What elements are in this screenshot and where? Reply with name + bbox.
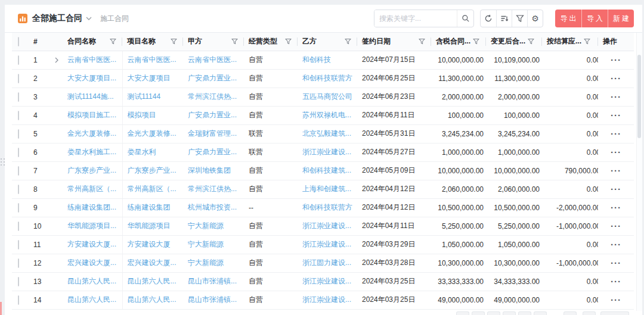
row-actions-button[interactable]: ···: [611, 186, 621, 192]
row-checkbox[interactable]: [18, 74, 19, 83]
party_a-link[interactable]: 杭州城市投资...: [188, 202, 239, 213]
party_a-link[interactable]: 宁大新能源: [188, 258, 239, 268]
project_name-link[interactable]: 宏兴建设大厦...: [128, 258, 179, 268]
party_b-link[interactable]: 浙江崇业建设...: [302, 276, 352, 286]
pagination-button-stub[interactable]: [503, 311, 516, 315]
filter-funnel-icon[interactable]: [110, 38, 116, 45]
row-checkbox[interactable]: [18, 129, 19, 139]
row-checkbox[interactable]: [18, 258, 19, 268]
expand-row-icon[interactable]: [54, 57, 59, 63]
party_b-link[interactable]: 苏州双禄机电...: [302, 110, 352, 120]
row-actions-button[interactable]: ···: [611, 113, 621, 118]
row-actions-button[interactable]: ···: [611, 149, 621, 155]
project_name-link[interactable]: 金光大厦装修...: [128, 129, 179, 139]
party_a-link[interactable]: 常州滨江供热...: [188, 92, 239, 102]
select-all-checkbox[interactable]: [18, 37, 19, 46]
import-button[interactable]: 导入: [581, 10, 608, 27]
party_a-link[interactable]: 广安鼎力置业...: [188, 110, 239, 120]
refresh-button[interactable]: [481, 10, 496, 27]
party_b-link[interactable]: 和创科技联营方: [302, 73, 352, 83]
party_b-link[interactable]: 浙江崇业建设...: [302, 147, 352, 157]
project_name-link[interactable]: 常州高新区（...: [128, 184, 179, 194]
party_b-link[interactable]: 浙江固力建设...: [302, 258, 352, 268]
party_a-link[interactable]: 昆山市张浦镇...: [188, 295, 239, 305]
row-actions-button[interactable]: ···: [611, 57, 621, 63]
party_a-link[interactable]: 广安鼎力置业...: [188, 147, 239, 157]
pagination-button-stub[interactable]: [583, 311, 596, 315]
party_a-link[interactable]: 宁大新能源: [188, 239, 239, 249]
row-actions-button[interactable]: ···: [611, 76, 621, 82]
row-checkbox[interactable]: [18, 203, 19, 213]
filter-funnel-icon[interactable]: [419, 38, 425, 45]
party_b-link[interactable]: 浙江崇业建设...: [302, 295, 352, 305]
sort-button[interactable]: [496, 10, 512, 27]
party_a-link[interactable]: 昆山市张浦镇...: [188, 276, 239, 286]
party_a-link[interactable]: 云南省中医医...: [188, 55, 239, 65]
row-actions-button[interactable]: ···: [611, 242, 621, 248]
pagination-button-stub[interactable]: [472, 311, 485, 315]
party_b-link[interactable]: 北京弘毅建筑...: [302, 129, 352, 139]
vertical-scrollbar-thumb[interactable]: [637, 55, 641, 138]
filter-button[interactable]: [512, 10, 527, 27]
party_a-link[interactable]: 常州滨江供热...: [188, 184, 239, 194]
project_name-link[interactable]: 模拟项目: [128, 110, 179, 120]
filter-funnel-icon[interactable]: [584, 38, 590, 45]
project_name-link[interactable]: 测试11144: [128, 92, 179, 102]
row-checkbox[interactable]: [18, 166, 19, 176]
row-actions-button[interactable]: ···: [611, 168, 621, 174]
project_name-link[interactable]: 广东寮步产业...: [128, 166, 179, 176]
contract_name-link[interactable]: 云南省中医医...: [67, 55, 117, 65]
project_name-link[interactable]: 练南建设集团: [128, 202, 179, 213]
pagination-button-stub[interactable]: [456, 311, 469, 315]
contract_name-link[interactable]: 大安大厦项目...: [67, 73, 117, 83]
chevron-down-icon[interactable]: [86, 17, 92, 21]
pagination-button-stub[interactable]: [534, 311, 547, 315]
row-actions-button[interactable]: ···: [611, 297, 621, 303]
pagination-button-stub[interactable]: [564, 311, 577, 315]
create-button[interactable]: 新建: [608, 10, 634, 27]
contract_name-link[interactable]: 昆山第六人民...: [67, 276, 117, 286]
contract_name-link[interactable]: 广东寮步产业...: [67, 166, 117, 176]
pagination-pagesize-stub[interactable]: [600, 311, 629, 315]
pagination-button-stub[interactable]: [518, 311, 531, 315]
party_b-link[interactable]: 五匹马商贸公司: [302, 92, 352, 102]
search-icon[interactable]: [457, 10, 473, 27]
row-checkbox[interactable]: [18, 277, 19, 286]
project_name-link[interactable]: 大安大厦项目: [128, 73, 179, 83]
party_a-link[interactable]: 深圳地铁集团: [188, 166, 239, 176]
party_b-link[interactable]: 和创科技建筑...: [302, 166, 352, 176]
contract_name-link[interactable]: 方安建设大厦...: [67, 239, 117, 249]
row-actions-button[interactable]: ···: [611, 223, 621, 229]
party_b-link[interactable]: 浙江崇业建设...: [302, 221, 352, 231]
row-checkbox[interactable]: [18, 222, 19, 231]
filter-funnel-icon[interactable]: [231, 38, 238, 45]
filter-funnel-icon[interactable]: [345, 38, 351, 45]
party_b-link[interactable]: 浙江崇业建设...: [302, 239, 352, 249]
contract_name-link[interactable]: 宏兴建设大厦...: [67, 258, 117, 268]
contract_name-link[interactable]: 娄星水利施工...: [67, 147, 117, 157]
party_a-link[interactable]: 宁大新能源: [188, 221, 239, 231]
contract_name-link[interactable]: 练南建设集团...: [67, 202, 117, 213]
contract_name-link[interactable]: 测试11144施...: [67, 92, 117, 102]
row-checkbox[interactable]: [18, 111, 19, 120]
project_name-link[interactable]: 昆山第六人民...: [128, 276, 179, 286]
project_name-link[interactable]: 华凯能源项目: [128, 221, 179, 231]
contract_name-link[interactable]: 昆山第六人民...: [67, 295, 117, 305]
filter-funnel-icon[interactable]: [285, 38, 292, 45]
contract_name-link[interactable]: 金光大厦装修...: [67, 129, 117, 139]
party_a-link[interactable]: 金瑞财富管理...: [188, 129, 239, 139]
contract_name-link[interactable]: 华凯能源项目...: [67, 221, 117, 231]
export-button[interactable]: 导出: [555, 10, 581, 27]
party_b-link[interactable]: 上海和创建筑...: [302, 184, 352, 194]
filter-funnel-icon[interactable]: [473, 38, 479, 45]
row-actions-button[interactable]: ···: [611, 260, 621, 266]
row-checkbox[interactable]: [18, 295, 19, 305]
filter-funnel-icon[interactable]: [528, 38, 534, 45]
pagination-button-stub[interactable]: [487, 311, 500, 315]
project_name-link[interactable]: 云南省中医医...: [128, 55, 179, 65]
row-actions-button[interactable]: ···: [611, 131, 621, 137]
row-checkbox[interactable]: [18, 240, 19, 249]
row-checkbox[interactable]: [18, 92, 19, 102]
search-input[interactable]: [374, 10, 457, 27]
row-actions-button[interactable]: ···: [611, 205, 621, 211]
